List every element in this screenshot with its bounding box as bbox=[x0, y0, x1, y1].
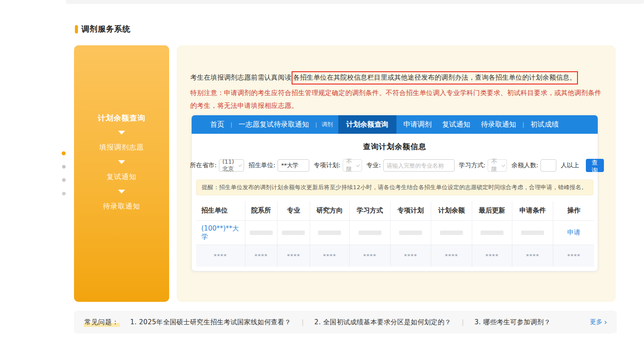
special-plan-select[interactable]: 不限 bbox=[343, 159, 362, 172]
carousel-dot-active[interactable] bbox=[62, 151, 66, 155]
query-card: 首页 | 一志愿复试待录取通知 | 调剂 计划余额查询 申请调剂 复试通知 待录… bbox=[191, 115, 598, 271]
page-title: 调剂服务系统 bbox=[81, 24, 130, 34]
unit-input[interactable] bbox=[278, 159, 309, 172]
faq-question-2[interactable]: 2. 全国初试成绩基本要求分区是如何划定的？ bbox=[315, 318, 452, 326]
masked-cell-placeholder bbox=[481, 231, 503, 235]
warning-label: 特别注意： bbox=[190, 89, 224, 97]
masked-cell-placeholder bbox=[282, 231, 305, 235]
unit-link[interactable]: (100**)**大学 bbox=[201, 224, 239, 241]
chevron-right-icon: › bbox=[604, 319, 607, 326]
masked-cell: **** bbox=[196, 245, 245, 267]
sidebar-step-admission-notice[interactable]: 待录取通知 bbox=[103, 201, 141, 212]
col-header-unit: 招生单位 bbox=[196, 201, 245, 220]
tab-separator: | bbox=[522, 121, 524, 128]
faq-bar: 常见问题： 1. 2025年全国硕士研究生招生考试国家线如何查看？ | 2. 全… bbox=[74, 311, 617, 334]
search-button[interactable]: 查询 bbox=[586, 159, 604, 172]
major-label: 专业: bbox=[366, 161, 381, 169]
tab-initial-score[interactable]: 初试成绩 bbox=[530, 115, 559, 134]
chevron-down-icon bbox=[501, 163, 505, 166]
tab-home[interactable]: 首页 bbox=[210, 115, 224, 134]
col-header-research: 研究方向 bbox=[310, 201, 349, 220]
intro-prefix: 考生在填报调剂志愿前需认真阅读 bbox=[190, 73, 292, 81]
tab-group-tiaoji: 调剂 bbox=[322, 115, 333, 134]
tab-retest-notice[interactable]: 复试通知 bbox=[442, 115, 470, 134]
arrow-down-icon bbox=[118, 190, 125, 194]
unit-label: 招生单位: bbox=[248, 161, 275, 169]
main-panel: 考生在填报调剂志愿前需认真阅读各招生单位在其院校信息栏目里或其他途径发布的调剂办… bbox=[177, 45, 616, 302]
province-label: 所在省市: bbox=[190, 161, 217, 169]
study-mode-value: 不限 bbox=[491, 158, 498, 173]
col-header-major: 专业 bbox=[277, 201, 310, 220]
masked-cell-placeholder bbox=[359, 231, 381, 235]
col-header-department: 院系所 bbox=[245, 201, 277, 220]
warning-body: 申请调剂的考生应符合招生管理规定确定的调剂条件。不符合招生单位调入专业学科门类要… bbox=[190, 89, 601, 110]
masked-cell-placeholder bbox=[399, 231, 422, 235]
warning-text: 特别注意：申请调剂的考生应符合招生管理规定确定的调剂条件。不符合招生单位调入专业… bbox=[190, 87, 604, 112]
faq-separator: | bbox=[302, 319, 304, 326]
results-table: 招生单位 院系所 专业 研究方向 学习方式 专项计划 计划余额 最后更新 申请条… bbox=[196, 201, 594, 267]
apply-button[interactable]: 申请 bbox=[567, 228, 581, 236]
table-header-row: 招生单位 院系所 专业 研究方向 学习方式 专项计划 计划余额 最后更新 申请条… bbox=[196, 201, 594, 220]
faq-more-label: 更多 bbox=[590, 318, 602, 326]
quota-label: 余额人数: bbox=[511, 161, 538, 169]
tab-separator: | bbox=[315, 121, 317, 128]
special-plan-value: 不限 bbox=[346, 158, 353, 173]
chevron-down-icon bbox=[356, 163, 360, 166]
quota-suffix: 人以上 bbox=[561, 161, 579, 169]
faq-question-3[interactable]: 3. 哪些考生可参加调剂？ bbox=[474, 318, 551, 326]
tab-separator: | bbox=[230, 121, 232, 128]
process-sidebar: 计划余额查询 填报调剂志愿 复试通知 待录取通知 bbox=[74, 45, 169, 302]
masked-cell: **** bbox=[553, 245, 594, 267]
section-header: 调剂服务系统 bbox=[75, 24, 130, 34]
masked-cell: **** bbox=[472, 245, 512, 267]
tab-bar: 首页 | 一志愿复试待录取通知 | 调剂 计划余额查询 申请调剂 复试通知 待录… bbox=[192, 115, 598, 134]
study-mode-select[interactable]: 不限 bbox=[488, 159, 507, 172]
plan-label: 专项计划: bbox=[314, 161, 341, 169]
faq-question-1[interactable]: 1. 2025年全国硕士研究生招生考试国家线如何查看？ bbox=[130, 318, 291, 326]
intro-highlighted-text: 各招生单位在其院校信息栏目里或其他途径发布的调剂办法，查询各招生单位的计划余额信… bbox=[292, 71, 578, 84]
previous-section-edge bbox=[66, 0, 644, 4]
query-title: 查询计划余额信息 bbox=[192, 142, 598, 152]
province-value: (11)北京 bbox=[222, 158, 235, 173]
carousel-dot[interactable] bbox=[62, 192, 66, 195]
province-select[interactable]: (11)北京 bbox=[219, 159, 244, 172]
masked-cell-placeholder bbox=[440, 231, 463, 235]
faq-label: 常见问题： bbox=[84, 318, 120, 327]
sidebar-step-plan-balance[interactable]: 计划余额查询 bbox=[98, 112, 145, 124]
chevron-down-icon bbox=[239, 163, 242, 167]
masked-cell-placeholder bbox=[250, 231, 273, 235]
study-mode-label: 学习方式: bbox=[459, 161, 486, 169]
query-form: 所在省市: (11)北京 招生单位: 专项计划: 不限 专业: 学习方式: 不限 bbox=[192, 159, 598, 172]
accent-bar-icon bbox=[75, 25, 78, 33]
tab-plan-balance-query[interactable]: 计划余额查询 bbox=[338, 115, 396, 134]
tab-first-choice-notice[interactable]: 一志愿复试待录取通知 bbox=[238, 115, 309, 134]
table-row: (100**)**大学 申请 bbox=[196, 220, 594, 245]
arrow-down-icon bbox=[118, 160, 125, 164]
carousel-dot[interactable] bbox=[62, 165, 66, 169]
intro-text: 考生在填报调剂志愿前需认真阅读各招生单位在其院校信息栏目里或其他途径发布的调剂办… bbox=[190, 71, 607, 84]
carousel-dot[interactable] bbox=[62, 178, 66, 182]
col-header-plan-balance: 计划余额 bbox=[431, 201, 472, 220]
sidebar-step-fill-volunteer[interactable]: 填报调剂志愿 bbox=[99, 142, 144, 153]
masked-cell: **** bbox=[390, 245, 431, 267]
table-row-masked: **** **** **** **** **** **** **** **** … bbox=[196, 245, 594, 267]
faq-separator: | bbox=[462, 319, 464, 326]
sidebar-step-retest-notice[interactable]: 复试通知 bbox=[107, 171, 137, 183]
arrow-down-icon bbox=[118, 131, 125, 135]
masked-cell-placeholder bbox=[521, 231, 544, 235]
tab-admission-notice[interactable]: 待录取通知 bbox=[481, 115, 516, 134]
masked-cell: **** bbox=[310, 245, 349, 267]
tab-apply-tiaoji[interactable]: 申请调剂 bbox=[403, 115, 432, 134]
col-header-last-update: 最后更新 bbox=[472, 201, 512, 220]
faq-more-link[interactable]: 更多› bbox=[590, 318, 607, 326]
tip-banner: 提醒：招生单位发布的调剂计划余额每次更新后将至少持续12小时，请各位考生结合各招… bbox=[196, 180, 593, 195]
masked-cell: **** bbox=[512, 245, 553, 267]
masked-cell: **** bbox=[431, 245, 472, 267]
quota-input[interactable] bbox=[540, 159, 556, 172]
col-header-study-mode: 学习方式 bbox=[349, 201, 390, 220]
col-header-apply-condition: 申请条件 bbox=[512, 201, 553, 220]
col-header-special-plan: 专项计划 bbox=[390, 201, 431, 220]
page: 调剂服务系统 计划余额查询 填报调剂志愿 复试通知 待录取通知 考生在填报调剂志… bbox=[0, 0, 644, 352]
major-input[interactable] bbox=[383, 159, 455, 172]
col-header-action: 操作 bbox=[553, 201, 594, 220]
